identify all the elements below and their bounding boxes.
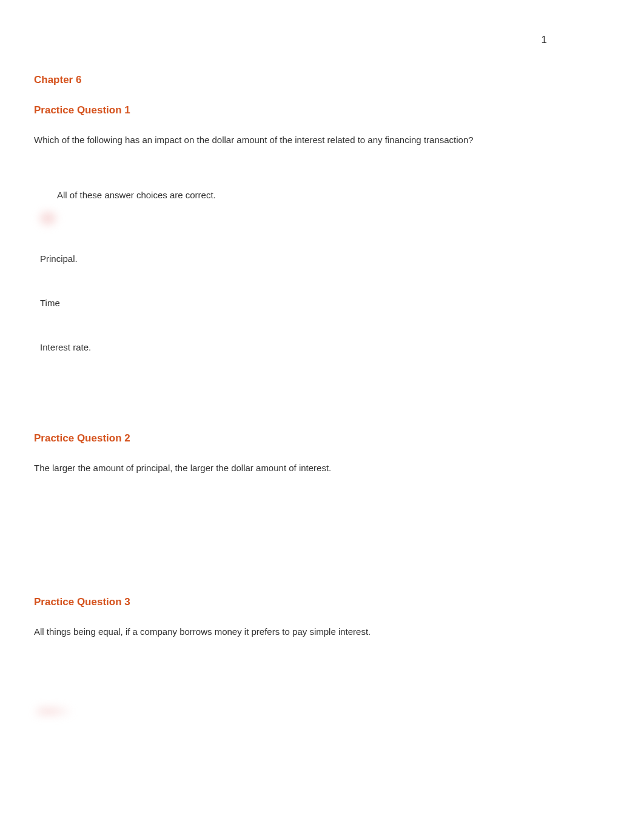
page-number: 1	[542, 34, 547, 46]
question-2-block: Practice Question 2 The larger the amoun…	[34, 432, 610, 475]
question-3-title: Practice Question 3	[34, 596, 610, 608]
question-1-block: Practice Question 1 Which of the followi…	[34, 104, 610, 354]
answer-option: Interest rate.	[40, 341, 610, 354]
question-3-text: All things being equal, if a company bor…	[34, 625, 610, 639]
question-3-block: Practice Question 3 All things being equ…	[34, 596, 610, 639]
chapter-title: Chapter 6	[34, 74, 610, 86]
blurred-region	[36, 703, 85, 720]
question-1-title: Practice Question 1	[34, 104, 610, 116]
answer-option: Time	[40, 297, 610, 309]
document-content: Chapter 6 Practice Question 1 Which of t…	[0, 0, 644, 639]
blurred-region	[36, 209, 59, 228]
question-2-title: Practice Question 2	[34, 432, 610, 444]
question-1-answers: All of these answer choices are correct.…	[34, 189, 610, 354]
answer-option: Principal.	[40, 252, 610, 265]
answer-option: All of these answer choices are correct.	[57, 189, 610, 201]
question-1-text: Which of the following has an impact on …	[34, 133, 610, 147]
question-2-text: The larger the amount of principal, the …	[34, 461, 610, 475]
